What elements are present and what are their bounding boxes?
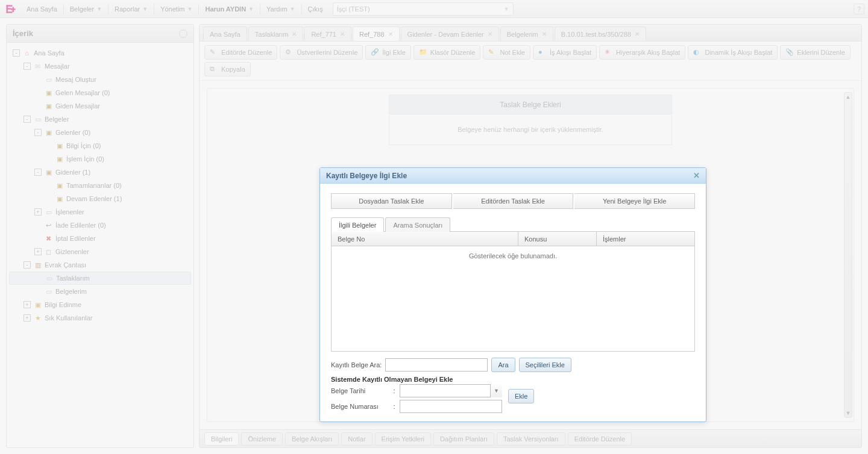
modal-tab[interactable]: İlgili Belgeler (331, 217, 384, 232)
add-button[interactable]: Ekle (508, 389, 534, 403)
document-date-field[interactable]: ▼ (400, 384, 502, 397)
number-label: Belge Numarası (331, 403, 389, 410)
modal-header[interactable]: Kayıtlı Belgeye İlgi Ekle ✕ (320, 168, 706, 184)
search-input[interactable] (385, 358, 488, 372)
grid-column-header[interactable]: Konusu (518, 232, 597, 246)
document-number-input[interactable] (400, 400, 502, 413)
section-unregistered-title: Sistemde Kayıtlı Olmayan Belgeyi Ekle (331, 376, 695, 383)
grid-column-header[interactable]: İşlemler (597, 232, 680, 246)
grid-column-header[interactable]: Belge No (332, 232, 518, 246)
modal-action-button[interactable]: Dosyadan Taslak Ekle (331, 193, 452, 209)
modal-grid: Belge NoKonusuİşlemler Gösterilecek öğe … (331, 231, 695, 352)
modal-add-reference: Kayıtlı Belgeye İlgi Ekle ✕ Dosyadan Tas… (319, 167, 706, 422)
modal-action-button[interactable]: Yeni Belgeye İlgi Ekle (574, 193, 695, 209)
date-label: Belge Tarihi (331, 387, 389, 394)
search-label: Kayıtlı Belge Ara: (331, 361, 382, 368)
calendar-icon[interactable]: ▼ (490, 384, 502, 397)
modal-tab[interactable]: Arama Sonuçları (385, 217, 450, 232)
add-selected-button[interactable]: Seçilileri Ekle (519, 358, 571, 372)
modal-grid-empty: Gösterilecek öğe bulunamadı. (332, 246, 694, 351)
modal-action-button[interactable]: Editörden Taslak Ekle (453, 193, 574, 209)
document-date-input[interactable] (400, 384, 502, 397)
close-icon[interactable]: ✕ (693, 171, 700, 180)
search-button[interactable]: Ara (491, 358, 515, 372)
